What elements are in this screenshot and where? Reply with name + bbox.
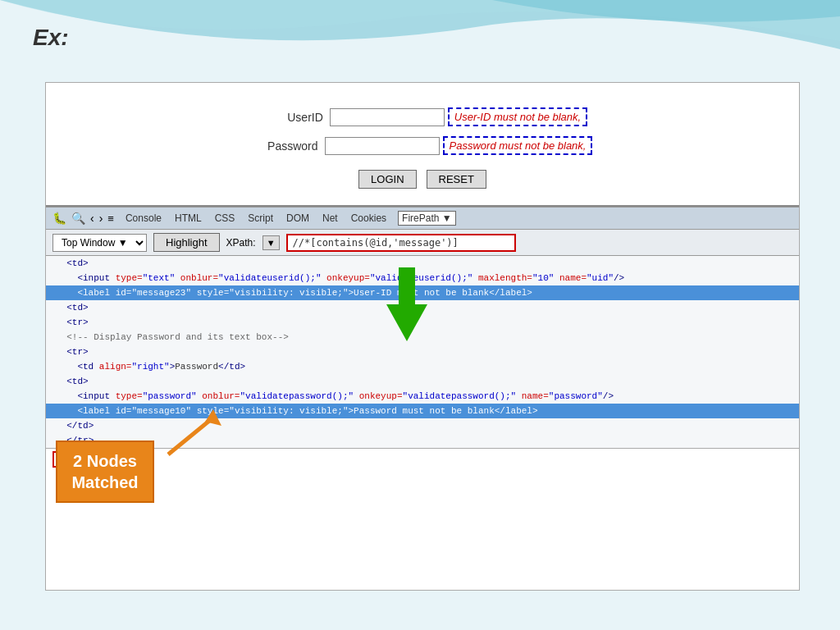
- firebug-icons: 🐛 🔍 ‹ › ≡: [52, 212, 114, 225]
- forward-icon[interactable]: ›: [99, 212, 103, 225]
- userid-label: UserID: [258, 111, 323, 124]
- nodes-matched-box: 2 Nodes Matched: [56, 441, 154, 503]
- code-line: <td align="right">Password</td>: [46, 359, 799, 374]
- tab-cookies[interactable]: Cookies: [349, 212, 388, 225]
- code-line: </tr>: [46, 433, 799, 448]
- back-icon[interactable]: ‹: [90, 212, 94, 225]
- green-arrow: [374, 259, 440, 353]
- tab-css[interactable]: CSS: [213, 212, 237, 225]
- tab-net[interactable]: Net: [321, 212, 340, 225]
- matching-bar: 2 matching nodes: [46, 448, 799, 470]
- code-line: <input type="password" onblur="validatep…: [46, 389, 799, 404]
- tab-html[interactable]: HTML: [173, 212, 203, 225]
- xpath-dropdown-arrow[interactable]: ▼: [262, 235, 280, 250]
- tab-firepath[interactable]: FirePath ▼: [398, 211, 456, 226]
- userid-input[interactable]: [330, 108, 445, 126]
- xpath-input[interactable]: [286, 234, 516, 252]
- button-row: LOGIN RESET: [358, 170, 486, 189]
- highlight-button[interactable]: Highlight: [153, 233, 220, 252]
- reset-button[interactable]: RESET: [427, 170, 486, 189]
- code-line-highlighted-2: <label id="message10" style="visibility:…: [46, 404, 799, 418]
- xpath-bar: Top Window ▼ Highlight XPath: ▼: [46, 230, 799, 256]
- password-label: Password: [253, 139, 318, 153]
- code-line: </td>: [46, 418, 799, 433]
- step-icon: ≡: [107, 212, 114, 225]
- tab-dom[interactable]: DOM: [285, 212, 311, 225]
- login-area: UserID User-ID must not be blank, Passwo…: [46, 83, 799, 205]
- nodes-line2: Matched: [71, 473, 138, 491]
- password-row: Password Password must not be blank,: [253, 136, 593, 155]
- orange-arrow: [160, 405, 226, 466]
- nodes-line1: 2 Nodes: [73, 452, 137, 470]
- password-input[interactable]: [325, 137, 440, 155]
- login-button[interactable]: LOGIN: [358, 170, 416, 189]
- xpath-label: XPath:: [226, 237, 256, 249]
- tab-script[interactable]: Script: [246, 212, 275, 225]
- ex-label: Ex:: [33, 25, 69, 51]
- svg-marker-0: [386, 267, 427, 341]
- firebug-toolbar: 🐛 🔍 ‹ › ≡ Console HTML CSS Script DOM Ne…: [46, 207, 799, 230]
- slide-container: UserID User-ID must not be blank, Passwo…: [45, 82, 800, 591]
- inspect-icon: 🔍: [71, 212, 85, 225]
- password-validation: Password must not be blank,: [443, 136, 593, 155]
- top-window-dropdown[interactable]: Top Window ▼: [52, 234, 147, 252]
- userid-row: UserID User-ID must not be blank,: [258, 107, 587, 126]
- userid-validation: User-ID must not be blank,: [448, 107, 587, 126]
- bug-icon: 🐛: [52, 212, 66, 225]
- tab-console[interactable]: Console: [124, 212, 163, 225]
- svg-line-1: [168, 418, 213, 454]
- code-line: <td>: [46, 374, 799, 389]
